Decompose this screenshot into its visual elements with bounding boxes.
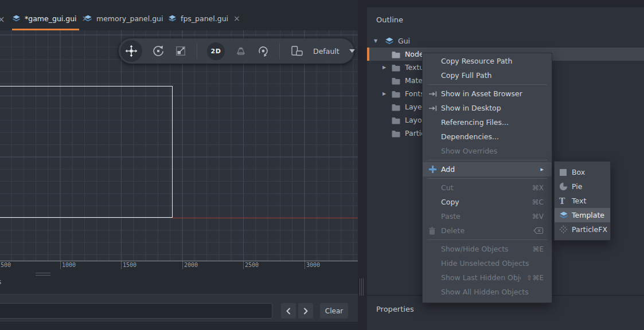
- toolbar-divider: [197, 43, 197, 59]
- horizontal-ruler: 500 1000 1500 2000 2500 3000: [0, 261, 358, 269]
- 2d-mode-label: 2D: [211, 48, 221, 55]
- jump-to-icon: [428, 91, 441, 97]
- orbit-icon: [257, 45, 270, 57]
- tab-fps-panel[interactable]: fps_panel.gui ×: [168, 10, 241, 26]
- ruler-label: 2500: [245, 262, 259, 268]
- rotate-icon: [152, 45, 165, 57]
- menu-item-dependencies[interactable]: Dependencies...: [423, 129, 552, 144]
- chevron-expanded-icon[interactable]: ▼: [374, 38, 377, 44]
- ruler-label: 2000: [184, 262, 198, 268]
- particlefx-icon: [559, 225, 572, 234]
- close-icon[interactable]: ×: [232, 14, 241, 22]
- submenu-item-box[interactable]: Box: [555, 165, 610, 179]
- menu-item-referencing-files[interactable]: Referencing Files...: [423, 115, 552, 129]
- menu-item-hide-unselected-objects: Hide Unselected Objects: [423, 256, 552, 270]
- ruler-label: 1500: [123, 262, 136, 268]
- menu-item-copy-full-path[interactable]: Copy Full Path: [423, 68, 552, 82]
- submenu-item-particlefx[interactable]: ParticleFX: [555, 222, 610, 237]
- trash-icon: [428, 227, 441, 235]
- menu-separator: [427, 160, 547, 160]
- editor-tab-bar: × *game_gui.gui × memory_panel.gui × fps…: [0, 0, 358, 30]
- ruler-label: 500: [1, 262, 11, 268]
- folder-icon: [392, 117, 400, 124]
- tab-game-gui[interactable]: *game_gui.gui ×: [12, 10, 89, 26]
- menu-separator: [427, 239, 547, 240]
- outline-panel-title: Outline: [376, 15, 403, 24]
- scene-toolbar: 2D Default: [119, 38, 354, 64]
- device-icon: [290, 45, 303, 57]
- submenu-arrow-icon: ▶: [541, 167, 544, 172]
- gui-scene-icon: [385, 37, 394, 46]
- menu-separator: [427, 84, 547, 85]
- status-bar: [0, 323, 358, 330]
- next-result-button[interactable]: [298, 303, 313, 319]
- gui-bounds-rectangle: [0, 86, 173, 218]
- clear-button[interactable]: Clear: [320, 303, 348, 319]
- selection-bar: [367, 48, 369, 61]
- display-profile-icon: [290, 45, 303, 57]
- menu-item-show-in-asset-browser[interactable]: Show in Asset Browser: [423, 87, 552, 101]
- template-icon: [559, 211, 572, 220]
- chevron-collapsed-icon[interactable]: ▶: [383, 91, 386, 96]
- 2d-mode-toggle[interactable]: 2D: [207, 42, 225, 60]
- text-icon: T: [559, 197, 572, 205]
- properties-panel-title: Properties: [376, 305, 414, 313]
- move-icon: [125, 45, 138, 57]
- menu-item-delete: Delete: [423, 223, 552, 238]
- chevron-down-icon[interactable]: [349, 49, 355, 53]
- vertical-splitter[interactable]: [358, 0, 367, 330]
- close-icon[interactable]: ×: [0, 14, 5, 25]
- x-axis-line: [172, 218, 358, 219]
- reset-camera-button[interactable]: [257, 45, 270, 57]
- folder-icon: [392, 104, 400, 111]
- submenu-item-template[interactable]: Template: [555, 208, 610, 222]
- menu-item-show-hide-objects: Show/Hide Objects ⌘E: [423, 242, 552, 256]
- toolbar-divider: [279, 43, 280, 59]
- move-tool-button[interactable]: [120, 40, 142, 62]
- menu-item-add[interactable]: Add ▶: [423, 162, 552, 176]
- folder-icon: [392, 130, 400, 138]
- gui-file-icon: [84, 14, 92, 23]
- bottom-tool-panel: s Clear: [0, 269, 358, 330]
- tree-item-gui[interactable]: ▼ Gui: [367, 34, 644, 48]
- prev-result-button[interactable]: [281, 303, 296, 319]
- folder-icon: [392, 51, 400, 58]
- menu-item-show-overrides: Show Overrides: [423, 144, 552, 158]
- scene-viewport[interactable]: 500 1000 1500 2000 2500 3000: [0, 30, 358, 269]
- ruler-label: 1000: [62, 262, 76, 268]
- tree-item-label: Gui: [398, 37, 410, 45]
- submenu-item-pie[interactable]: Pie: [555, 179, 610, 194]
- console-toolbar: Clear: [0, 294, 358, 323]
- tab-label: *game_gui.gui: [25, 14, 77, 23]
- tab-label: fps_panel.gui: [181, 14, 228, 23]
- pie-icon: [559, 182, 572, 191]
- menu-item-cut: Cut ⌘X: [423, 180, 552, 195]
- tab-memory-panel[interactable]: memory_panel.gui ×: [84, 10, 176, 26]
- splitter-grip-icon[interactable]: [360, 278, 364, 296]
- menu-separator: [427, 178, 547, 179]
- ruler-label: 3000: [306, 262, 320, 268]
- box-icon: [559, 168, 572, 176]
- panel-tab-partial-label[interactable]: s: [0, 278, 1, 286]
- folder-icon: [392, 91, 400, 98]
- chevron-collapsed-icon[interactable]: ▶: [383, 65, 386, 70]
- menu-item-paste: Paste ⌘V: [423, 209, 552, 223]
- menu-item-copy[interactable]: Copy ⌘C: [423, 195, 552, 209]
- delete-key-icon: [533, 227, 544, 234]
- chevron-left-icon: [286, 308, 291, 315]
- menu-item-show-last-hidden-objects: Show Last Hidden Objects ⇧⌘E: [423, 270, 552, 285]
- scale-icon: [174, 45, 187, 57]
- context-menu: Copy Resource Path Copy Full Path Show i…: [422, 53, 552, 303]
- folder-icon: [392, 64, 400, 72]
- search-input[interactable]: [0, 303, 272, 319]
- gui-file-icon: [168, 14, 177, 23]
- panel-drag-handle[interactable]: [36, 273, 50, 276]
- rotate-tool-button[interactable]: [152, 45, 165, 57]
- folder-icon: [392, 77, 400, 85]
- submenu-item-text[interactable]: T Text: [555, 194, 610, 208]
- perspective-camera-button[interactable]: [235, 45, 247, 57]
- menu-item-show-in-desktop[interactable]: Show in Desktop: [423, 101, 552, 115]
- menu-item-copy-resource-path[interactable]: Copy Resource Path: [423, 54, 552, 68]
- scale-tool-button[interactable]: [174, 45, 187, 57]
- gui-file-icon: [12, 14, 21, 23]
